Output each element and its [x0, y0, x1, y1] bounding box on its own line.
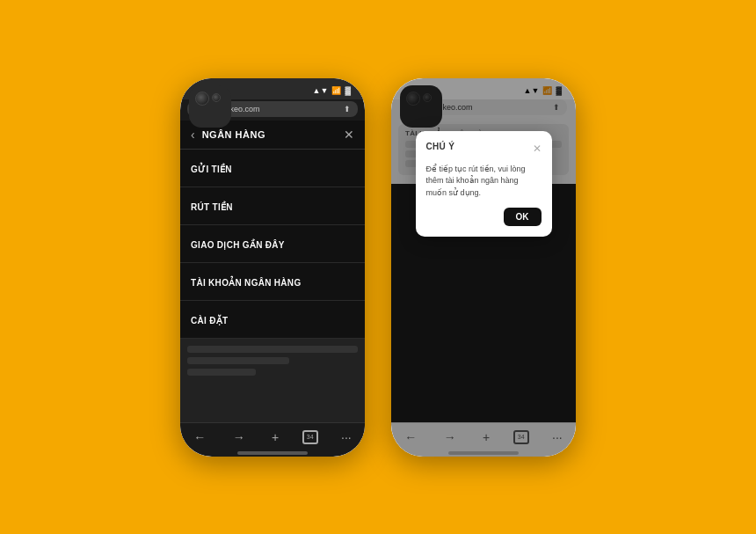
menu-panel: ‹ NGÂN HÀNG ✕ GỬI TIỀN RÚT TIỀN GIAO DỊC…: [180, 121, 365, 422]
menu-item-giao-dich[interactable]: GIAO DỊCH GẦN ĐÂY: [180, 225, 365, 263]
menu-item-rut-tien[interactable]: RÚT TIỀN: [180, 187, 365, 225]
menu-item-gui-tien[interactable]: GỬI TIỀN: [180, 150, 365, 187]
menu-item-label-1: RÚT TIỀN: [191, 202, 233, 212]
phone-2-screen: 17:49 ▲▼ 📶 ▓ 🔒 188soikeo.com ⬆ TÀI KHOẢN…: [391, 78, 576, 457]
menu-close-button[interactable]: ✕: [344, 128, 354, 142]
bg-content-1: [180, 339, 365, 422]
camera-bump-1: [189, 85, 231, 128]
menu-back-button[interactable]: ‹: [191, 128, 195, 142]
bottom-nav-1: ← → + 34 ···: [180, 422, 365, 448]
menu-item-label-3: TÀI KHOẢN NGÂN HÀNG: [191, 278, 301, 288]
share-icon-1[interactable]: ⬆: [344, 105, 351, 113]
menu-item-cai-dat[interactable]: CÀI ĐẶT: [180, 301, 365, 339]
dialog-ok-button[interactable]: OK: [504, 208, 542, 226]
dialog-close-button[interactable]: ✕: [533, 143, 542, 155]
dialog-overlay: CHÚ Ý ✕ Để tiếp tục rút tiền, vui lòng t…: [391, 78, 576, 457]
bg-row-1: [187, 346, 358, 353]
nav-more-1[interactable]: ···: [338, 428, 355, 446]
wifi-icon-1: 📶: [331, 86, 341, 95]
menu-item-label-2: GIAO DỊCH GẦN ĐÂY: [191, 240, 285, 250]
dialog-box: CHÚ Ý ✕ Để tiếp tục rút tiền, vui lòng t…: [416, 131, 552, 238]
camera-lens-secondary: [212, 93, 221, 102]
phone-1: 17:49 ▲▼ 📶 ▓ 🔒 188soikeo.com ⬆ ‹ NGÂN HÀ…: [180, 78, 365, 457]
phone-2: 17:49 ▲▼ 📶 ▓ 🔒 188soikeo.com ⬆ TÀI KHOẢN…: [391, 78, 576, 457]
status-icons-1: ▲▼ 📶 ▓: [313, 86, 351, 95]
nav-back-1[interactable]: ←: [190, 428, 209, 446]
home-bar-1: [237, 451, 308, 455]
menu-title: NGÂN HÀNG: [202, 129, 344, 140]
dialog-title: CHÚ Ý: [426, 142, 455, 151]
camera-lens-main: [195, 91, 209, 106]
menu-item-label-0: GỬI TIỀN: [191, 165, 232, 174]
bg-row-2: [187, 357, 289, 364]
dialog-message: Để tiếp tục rút tiền, vui lòng thêm tài …: [426, 164, 542, 200]
nav-add-1[interactable]: +: [268, 428, 282, 446]
nav-tabs-1[interactable]: 34: [302, 430, 318, 444]
menu-item-label-4: CÀI ĐẶT: [191, 316, 228, 326]
signal-icon-1: ▲▼: [313, 86, 329, 95]
bg-row-3: [187, 369, 256, 376]
battery-icon-1: ▓: [345, 86, 351, 95]
nav-forward-1[interactable]: →: [229, 428, 249, 446]
menu-item-tai-khoan[interactable]: TÀI KHOẢN NGÂN HÀNG: [180, 263, 365, 301]
phone-1-screen: 17:49 ▲▼ 📶 ▓ 🔒 188soikeo.com ⬆ ‹ NGÂN HÀ…: [180, 78, 365, 457]
